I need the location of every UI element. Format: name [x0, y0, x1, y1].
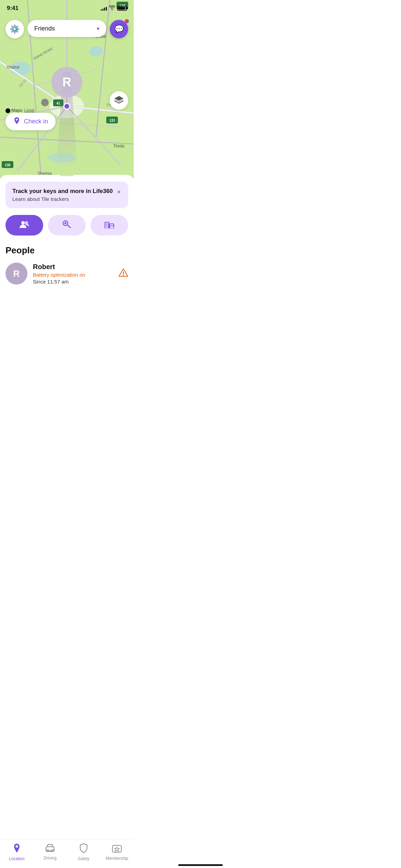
tile-banner-content: Track your keys and more in Life360 Lear… [12, 188, 116, 202]
warning-icon [119, 268, 128, 279]
notification-badge [125, 19, 129, 23]
close-banner-button[interactable]: × [116, 188, 121, 196]
friends-label: Friends [34, 25, 55, 32]
legal-link[interactable]: Legal [24, 108, 34, 113]
signal-bars-icon [101, 6, 107, 11]
buildings-icon [105, 220, 114, 230]
person-info: Robert Battery optimization on Since 11:… [33, 263, 113, 285]
status-time: 9:41 [7, 5, 19, 12]
messages-button[interactable]: 💬 [110, 20, 128, 38]
sheet-handle [60, 175, 74, 176]
people-section: People R Robert Battery optimization on … [0, 245, 134, 285]
people-section-title: People [5, 245, 128, 256]
key-icon [62, 220, 71, 230]
svg-rect-42 [106, 224, 107, 225]
maps-attribution: Maps Legal [5, 108, 34, 113]
places-tab-button[interactable] [90, 215, 128, 236]
bottom-sheet: Track your keys and more in Life360 Lear… [0, 175, 134, 319]
svg-rect-43 [108, 224, 109, 225]
chevron-down-icon: ▾ [97, 25, 99, 32]
svg-text:138: 138 [5, 163, 11, 167]
checkin-label: Check in [24, 118, 48, 125]
svg-point-2 [89, 46, 103, 57]
svg-text:133: 133 [109, 119, 115, 122]
svg-point-39 [64, 222, 66, 224]
status-bar: 9:41 [0, 0, 134, 16]
layers-icon [114, 96, 123, 105]
svg-rect-47 [112, 225, 113, 226]
tile-tracker-banner[interactable]: Track your keys and more in Life360 Lear… [5, 182, 128, 208]
svg-rect-48 [108, 226, 110, 228]
other-location-dot [41, 99, 49, 106]
svg-rect-44 [106, 226, 107, 227]
svg-text:hhatral: hhatral [7, 65, 20, 70]
map-avatar: R [51, 67, 82, 98]
people-tab-button[interactable] [5, 215, 43, 236]
svg-point-50 [123, 275, 124, 276]
svg-text:Titoda: Titoda [113, 144, 124, 148]
action-buttons-row [0, 215, 134, 236]
svg-point-34 [5, 108, 10, 113]
checkin-button[interactable]: Check in [5, 113, 56, 130]
person-avatar: R [5, 263, 27, 285]
battery-icon [117, 6, 127, 11]
person-time: Since 11:57 am [33, 279, 113, 285]
status-icons [101, 5, 127, 11]
wifi-icon [109, 5, 115, 11]
person-list-item[interactable]: R Robert Battery optimization on Since 1… [5, 263, 128, 285]
chat-icon: 💬 [114, 25, 124, 34]
map-location-pin [63, 103, 70, 110]
svg-rect-46 [111, 225, 112, 226]
settings-button[interactable]: ⚙️ [5, 20, 24, 38]
map-view[interactable]: ISAND ROAD 41 133 138 138 SH 41 SH 133 h… [0, 0, 134, 178]
checkin-icon [13, 117, 21, 126]
apple-maps-label: Maps [5, 108, 22, 113]
person-name: Robert [33, 263, 113, 271]
tile-banner-subtitle: Learn about Tile trackers [12, 196, 116, 202]
svg-point-36 [21, 221, 25, 225]
gear-icon: ⚙️ [10, 24, 20, 34]
tile-banner-title: Track your keys and more in Life360 [12, 188, 116, 195]
people-icon [20, 220, 29, 230]
tile-tab-button[interactable] [48, 215, 86, 236]
layers-button[interactable] [110, 91, 128, 110]
person-status: Battery optimization on [33, 272, 113, 278]
friends-dropdown[interactable]: Friends ▾ [27, 20, 106, 37]
svg-text:41: 41 [56, 101, 60, 105]
